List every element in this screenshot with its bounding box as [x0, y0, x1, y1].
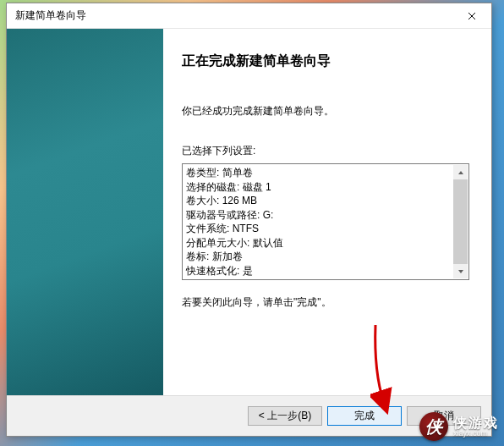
wizard-content: 正在完成新建简单卷向导 你已经成功完成新建简单卷向导。 已选择下列设置: 卷类型…: [163, 29, 491, 395]
list-item: 文件系统: NTFS: [186, 222, 465, 236]
list-item: 卷类型: 简单卷: [186, 166, 465, 180]
list-item: 卷标: 新加卷: [186, 250, 465, 264]
window-title: 新建简单卷向导: [15, 8, 452, 23]
wizard-side-banner: [7, 29, 163, 395]
settings-listbox[interactable]: 卷类型: 简单卷 选择的磁盘: 磁盘 1 卷大小: 126 MB 驱动器号或路径…: [182, 163, 469, 280]
cancel-button[interactable]: 取消: [407, 406, 481, 426]
back-button[interactable]: < 上一步(B): [248, 406, 322, 426]
button-bar: < 上一步(B) 完成 取消: [7, 395, 491, 436]
list-item: 驱动器号或路径: G:: [186, 208, 465, 223]
close-hint: 若要关闭此向导，请单击"完成"。: [182, 295, 474, 310]
wizard-window: 新建简单卷向导 正在完成新建简单卷向导 你已经成功完成新建简单卷向导。 已选择下…: [6, 3, 492, 437]
settings-label: 已选择下列设置:: [182, 144, 474, 158]
list-item: 分配单元大小: 默认值: [186, 236, 465, 251]
close-icon: [468, 12, 476, 20]
wizard-description: 你已经成功完成新建简单卷向导。: [182, 104, 474, 118]
list-item: 选择的磁盘: 磁盘 1: [186, 180, 465, 195]
window-close-button[interactable]: [452, 3, 491, 29]
finish-button[interactable]: 完成: [327, 406, 402, 426]
scrollbar[interactable]: [453, 165, 468, 278]
scroll-thumb[interactable]: [453, 179, 468, 264]
scroll-up-icon[interactable]: [453, 165, 468, 179]
wizard-heading: 正在完成新建简单卷向导: [182, 52, 474, 70]
list-item: 快速格式化: 是: [186, 264, 465, 278]
client-area: 正在完成新建简单卷向导 你已经成功完成新建简单卷向导。 已选择下列设置: 卷类型…: [7, 29, 491, 395]
titlebar: 新建简单卷向导: [7, 3, 491, 29]
scroll-down-icon[interactable]: [453, 264, 468, 278]
list-item: 卷大小: 126 MB: [186, 194, 465, 208]
settings-listbox-inner: 卷类型: 简单卷 选择的磁盘: 磁盘 1 卷大小: 126 MB 驱动器号或路径…: [183, 164, 468, 279]
